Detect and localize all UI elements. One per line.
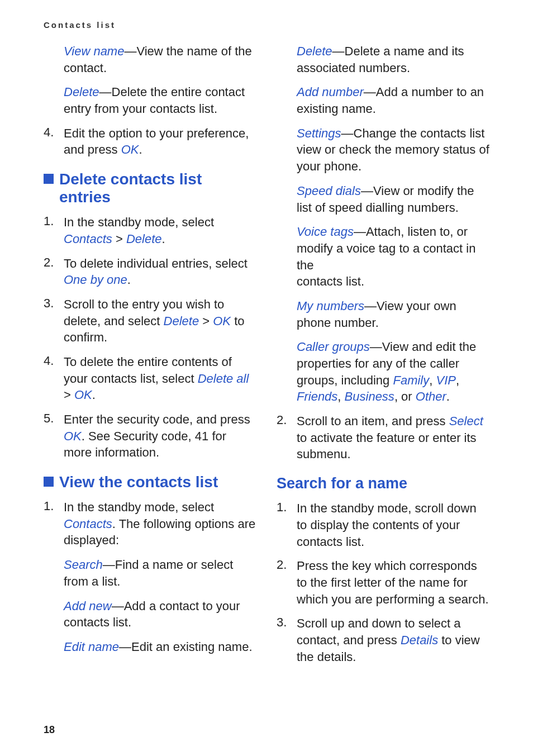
page-header: Contacts list [44,20,489,30]
text: Enter the security code, and press [64,412,250,426]
text: contacts list. [297,274,364,288]
list-text: Scroll to an item, and press Select to a… [297,413,489,463]
para-voice-tags-cont: contacts list. [277,273,489,290]
list-number: 3. [277,615,297,665]
heading-text: View the contacts list [59,473,218,491]
view-step-2: 2. Scroll to an item, and press Select t… [277,413,489,463]
term-select: Select [449,414,483,428]
para-add-number: Add number—Add a number to an existing n… [277,84,489,117]
para-r-delete: Delete—Delete a name and its associated … [277,43,489,76]
term-caller-groups: Caller groups [297,340,370,354]
page-number: 18 [44,724,55,736]
term-other: Other [416,389,446,403]
para-edit-name: Edit name—Edit an existing name. [44,639,256,655]
left-column: View name—View the name of the contact. … [44,43,256,673]
text: . [127,273,131,287]
list-text: In the standby mode, select Contacts. Th… [64,499,256,549]
text: . [139,142,142,156]
heading-view-contacts: View the contacts list [44,473,256,491]
search-step-2: 2. Press the key which corresponds to th… [277,558,489,607]
term-ok: OK [74,388,92,402]
para-delete: Delete—Delete the entire contact entry f… [44,84,256,117]
square-bullet-icon [44,477,54,487]
list-text: Press the key which corresponds to the f… [297,558,489,607]
para-voice-tags: Voice tags—Attach, listen to, or modify … [277,224,489,273]
para-view-name: View name—View the name of the contact. [44,43,256,76]
list-number: 4. [44,354,64,403]
list-number: 2. [277,558,297,607]
text: , [429,373,436,387]
term-ok: OK [213,314,231,328]
para-speed-dials: Speed dials—View or modify the list of s… [277,183,489,216]
list-text: Enter the security code, and press OK. S… [64,411,256,461]
term-vip: VIP [436,373,455,387]
list-number: 1. [44,214,64,247]
term-edit-name: Edit name [64,640,119,654]
term-delete: Delete [297,44,332,58]
term-search: Search [64,558,103,572]
text: > [64,388,74,402]
term-one-by-one: One by one [64,273,127,287]
right-column: Delete—Delete a name and its associated … [277,43,489,673]
term-my-numbers: My numbers [297,299,364,313]
text: , [337,389,344,403]
text: In the standby mode, select [64,500,214,514]
text: , or [394,389,416,403]
list-text: To delete the entire contents of your co… [64,354,256,403]
term-speed-dials: Speed dials [297,184,361,198]
text: . [446,389,450,403]
term-delete: Delete [64,85,99,99]
delete-step-4: 4. To delete the entire contents of your… [44,354,256,403]
term-friends: Friends [297,389,337,403]
list-text: Scroll up and down to select a contact, … [297,615,489,665]
delete-step-1: 1. In the standby mode, select Contacts … [44,214,256,247]
term-view-name: View name [64,44,124,58]
term-family: Family [393,373,429,387]
text: In the standby mode, select [64,215,214,229]
list-number: 1. [44,499,64,549]
delete-step-5: 5. Enter the security code, and press OK… [44,411,256,461]
term-settings: Settings [297,126,341,140]
list-text: Edit the option to your preference, and … [64,125,256,158]
content-columns: View name—View the name of the contact. … [44,43,489,673]
text: Edit the option to your preference, and … [64,126,249,157]
term-business: Business [345,389,394,403]
list-number: 2. [44,255,64,288]
text: To delete individual entries, select [64,256,248,270]
text: to activate the feature or enter its sub… [297,431,477,462]
list-number: 3. [44,296,64,346]
item-4-edit-option: 4. Edit the option to your preference, a… [44,125,256,158]
term-voice-tags: Voice tags [297,225,354,239]
term-delete: Delete [164,314,199,328]
para-caller-groups: Caller groups—View and edit the properti… [277,339,489,405]
delete-step-2: 2. To delete individual entries, select … [44,255,256,288]
para-add-new: Add new—Add a contact to your contacts l… [44,598,256,631]
term-delete: Delete [126,232,162,246]
term-details: Details [401,633,438,647]
text: . See Security code, 41 for more informa… [64,429,226,460]
square-bullet-icon [44,174,54,184]
list-number: 2. [277,413,297,463]
term-add-number: Add number [297,85,364,99]
text: . [162,232,165,246]
term-contacts: Contacts [64,517,112,531]
text: Scroll to an item, and press [297,414,449,428]
list-text: To delete individual entries, select One… [64,255,256,288]
term-delete-all: Delete all [198,372,249,386]
view-step-1: 1. In the standby mode, select Contacts.… [44,499,256,549]
list-number: 5. [44,411,64,461]
term-contacts: Contacts [64,232,112,246]
delete-step-3: 3. Scroll to the entry you wish to delet… [44,296,256,346]
term-add-new: Add new [64,599,112,613]
text: . [92,388,96,402]
para-my-numbers: My numbers—View your own phone number. [277,298,489,331]
term-ok: OK [64,429,82,443]
heading-text: Delete contacts list entries [59,170,256,206]
list-text: Scroll to the entry you wish to delete, … [64,296,256,346]
text: > [199,314,213,328]
para-settings: Settings—Change the contacts list view o… [277,125,489,175]
search-step-1: 1. In the standby mode, scroll down to d… [277,500,489,550]
search-step-3: 3. Scroll up and down to select a contac… [277,615,489,665]
list-number: 4. [44,125,64,158]
list-text: In the standby mode, select Contacts > D… [64,214,256,247]
